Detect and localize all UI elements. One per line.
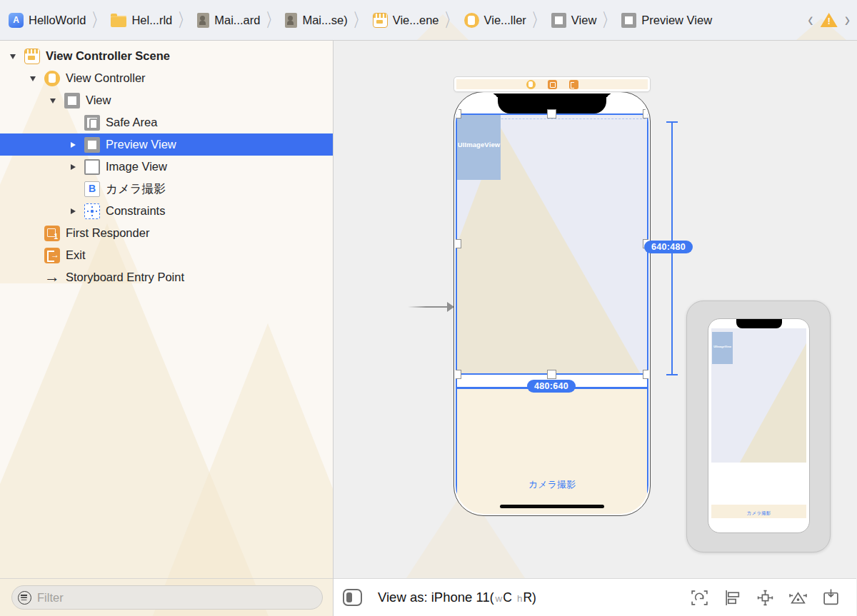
add-new-constraints-icon[interactable] — [756, 588, 775, 607]
breadcrumb: AHelloWorld〉Hel...rld〉Mai...ard〉Mai...se… — [9, 10, 712, 30]
outline-row-view[interactable]: View — [0, 89, 333, 111]
breadcrumb-label: Preview View — [641, 14, 712, 27]
outline-row-storyboard-entry-point[interactable]: →Storyboard Entry Point — [0, 266, 333, 288]
view-controller-icon[interactable] — [526, 80, 536, 89]
file-icon — [285, 13, 297, 28]
preview-view[interactable]: UIImageView — [456, 113, 648, 375]
disclosure-triangle-icon[interactable] — [47, 97, 59, 103]
breadcrumb-item-helloworld[interactable]: AHelloWorld — [9, 13, 86, 28]
trait-h: h — [512, 593, 523, 604]
filter-field[interactable] — [11, 585, 323, 610]
outline-label: カメラ撮影 — [106, 181, 166, 197]
breadcrumb-item-vie-ller[interactable]: Vie...ller — [464, 13, 526, 28]
breadcrumb-item-mai-se-[interactable]: Mai...se) — [285, 13, 347, 28]
outline-row--[interactable]: Bカメラ撮影 — [0, 178, 333, 200]
storyboard-entry-arrow[interactable] — [408, 306, 453, 308]
outline-row-exit[interactable]: Exit — [0, 244, 333, 266]
chevron-down-icon — [30, 76, 36, 81]
disclosure-triangle-icon[interactable] — [7, 53, 19, 59]
aspect-ratio-label: 480:640 — [527, 380, 576, 393]
root-view-area[interactable]: カメラ撮影 — [456, 389, 648, 514]
trait-w-value: C — [503, 590, 512, 605]
file-icon — [197, 13, 209, 28]
outline-label: Preview View — [106, 138, 176, 151]
previous-issue-button[interactable]: ‹ — [808, 9, 813, 31]
traits-close: ) — [532, 590, 536, 605]
outline-row-view-controller[interactable]: View Controller — [0, 67, 333, 89]
outline-row-safe-area[interactable]: Safe Area — [0, 111, 333, 133]
outline-row-first-responder[interactable]: 1First Responder — [0, 222, 333, 244]
disclosure-triangle-icon[interactable] — [27, 75, 39, 81]
embed-in-icon[interactable] — [821, 588, 841, 607]
breadcrumb-separator: 〉 — [441, 8, 463, 33]
xcode-window: AHelloWorld〉Hel...rld〉Mai...ard〉Mai...se… — [0, 0, 857, 616]
selection-handle[interactable] — [643, 109, 648, 118]
chevron-right-icon — [71, 142, 76, 148]
iphone-device-frame[interactable]: UIImageView カメ — [453, 91, 651, 516]
outline-label: Image View — [106, 160, 167, 173]
folder-icon — [111, 16, 126, 27]
breadcrumb-label: View — [571, 14, 596, 27]
breadcrumb-item-view[interactable]: View — [551, 13, 596, 28]
breadcrumb-item-mai-ard[interactable]: Mai...ard — [197, 13, 260, 28]
exit-icon[interactable] — [569, 80, 578, 89]
live-preview-phone: UIImageView カメラ撮影 — [708, 318, 810, 533]
entry-point-icon: → — [44, 270, 60, 286]
image-view-rect: UIImageView — [712, 332, 733, 364]
first-responder-icon[interactable] — [548, 80, 557, 89]
home-indicator — [500, 505, 604, 508]
outline-label: View Controller — [66, 71, 146, 85]
iphone-screen[interactable]: UIImageView カメ — [456, 94, 648, 514]
outline-label: View — [86, 94, 111, 107]
disclosure-triangle-icon[interactable] — [67, 142, 79, 148]
outline-row-view-controller-scene[interactable]: View Controller Scene — [0, 45, 333, 67]
selection-handle[interactable] — [456, 109, 461, 118]
camera-button-label: カメラ撮影 — [747, 510, 771, 515]
jump-bar: AHelloWorld〉Hel...rld〉Mai...ard〉Mai...se… — [0, 0, 857, 41]
breadcrumb-label: Hel...rld — [131, 14, 172, 27]
update-frames-icon[interactable] — [690, 588, 709, 607]
storyboard-scene-icon — [24, 49, 40, 64]
outline-label: Constraints — [106, 204, 165, 218]
view-as-label: View as: iPhone 11 — [378, 590, 490, 605]
selection-handle[interactable] — [547, 370, 556, 379]
selection-handle[interactable] — [547, 109, 556, 118]
outline-row-preview-view[interactable]: Preview View — [0, 133, 333, 156]
breadcrumb-item-hel-rld[interactable]: Hel...rld — [111, 14, 172, 27]
selection-handle[interactable] — [456, 239, 461, 248]
view-as-button[interactable]: View as: iPhone 11 ( w C h R ) — [378, 590, 536, 605]
selection-handle[interactable] — [643, 370, 648, 379]
warning-icon[interactable]: ! — [821, 13, 838, 27]
breadcrumb-separator: 〉 — [174, 8, 196, 33]
next-issue-button[interactable]: › — [845, 9, 850, 31]
camera-button[interactable]: カメラ撮影 — [456, 478, 648, 491]
align-icon[interactable] — [723, 588, 742, 607]
canvas-bottom-bar: View as: iPhone 11 ( w C h R ) — [334, 578, 856, 616]
aspect-ratio-label: 640:480 — [644, 241, 693, 253]
resolve-auto-layout-issues-icon[interactable] — [788, 588, 808, 607]
view-controller-icon — [44, 71, 60, 86]
live-preview-button-area: カメラ撮影 — [711, 505, 806, 518]
filter-input[interactable] — [37, 591, 309, 605]
breadcrumb-item-vie-ene[interactable]: Vie...ene — [373, 13, 439, 28]
storyboard-icon — [373, 13, 388, 28]
outline-row-constraints[interactable]: Constraints — [0, 200, 333, 222]
disclosure-triangle-icon[interactable] — [67, 164, 79, 170]
outline-tree: View Controller SceneView ControllerView… — [0, 45, 333, 288]
image-view-rect[interactable]: UIImageView — [457, 115, 501, 180]
disclosure-triangle-icon[interactable] — [67, 208, 79, 214]
outline-label: Exit — [66, 248, 86, 262]
selection-handle[interactable] — [456, 370, 461, 379]
notch — [736, 319, 782, 328]
constraint-edge-line — [456, 375, 457, 495]
filter-icon — [18, 591, 31, 605]
exit-icon — [44, 248, 60, 263]
breadcrumb-label: HelloWorld — [29, 14, 86, 27]
storyboard-canvas[interactable]: UIImageView カメ — [334, 41, 856, 616]
breadcrumb-item-preview-view[interactable]: Preview View — [621, 13, 712, 28]
button-icon: B — [84, 181, 100, 197]
device-bezels-toggle[interactable] — [343, 589, 362, 606]
app-icon: A — [9, 13, 24, 28]
outline-row-image-view[interactable]: Image View — [0, 156, 333, 178]
outline-label: First Responder — [66, 226, 149, 240]
